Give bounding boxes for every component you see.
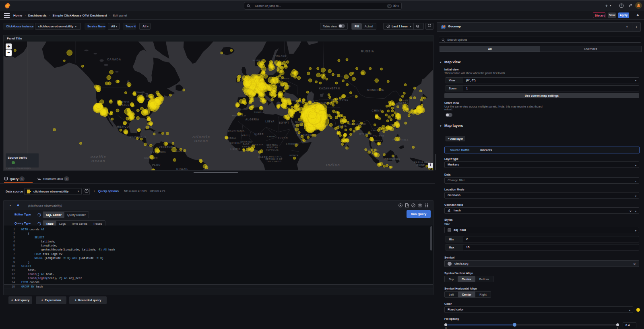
svg-text:PERU: PERU	[152, 163, 161, 166]
svg-text:LIBERIA: LIBERIA	[230, 148, 241, 150]
svg-text:CANADA: CANADA	[107, 58, 121, 61]
svg-text:Ocean: Ocean	[194, 139, 208, 143]
svg-text:Pacific: Pacific	[91, 155, 106, 159]
svg-text:THE CONGO: THE CONGO	[266, 160, 281, 163]
svg-text:KAZAKHSTAN: KAZAKHSTAN	[319, 87, 340, 90]
svg-text:REPUBLIC: REPUBLIC	[266, 149, 279, 151]
svg-text:ALGERIA: ALGERIA	[245, 118, 259, 121]
svg-text:BANGLADESH: BANGLADESH	[349, 123, 366, 125]
svg-text:Ocean: Ocean	[91, 159, 105, 163]
svg-text:Atlantic: Atlantic	[192, 135, 211, 139]
svg-text:MEXICO: MEXICO	[117, 125, 129, 128]
svg-text:i: i	[39, 222, 39, 225]
svg-text:FINLAND: FINLAND	[275, 55, 287, 57]
svg-text:TUNISIA: TUNISIA	[254, 111, 264, 114]
svg-text:?: ?	[621, 4, 622, 7]
svg-text:RUSSIA: RUSSIA	[361, 50, 374, 53]
svg-text:VIETNAM: VIETNAM	[373, 134, 384, 137]
svg-text:KENYA: KENYA	[289, 154, 299, 157]
svg-text:MAURITANIA: MAURITANIA	[228, 130, 245, 132]
svg-text:i: i	[39, 213, 39, 216]
svg-text:CHAD: CHAD	[267, 135, 275, 138]
svg-text:GHANA: GHANA	[242, 145, 251, 148]
svg-text:MONGOLIA: MONGOLIA	[367, 89, 384, 91]
svg-text:BRAZIL: BRAZIL	[176, 168, 188, 170]
svg-text:GUINEA: GUINEA	[230, 142, 240, 144]
svg-text:EGYPT: EGYPT	[279, 121, 289, 124]
svg-text:CHINA: CHINA	[372, 109, 382, 112]
svg-text:LAOS: LAOS	[371, 129, 378, 132]
svg-text:NIGER: NIGER	[254, 133, 264, 135]
svg-text:INDONESIA: INDONESIA	[384, 158, 400, 160]
svg-text:MALI: MALI	[242, 134, 249, 137]
svg-text:SUDAN: SUDAN	[278, 137, 288, 139]
svg-text:Indian: Indian	[326, 163, 340, 167]
svg-text:LIBYA: LIBYA	[265, 120, 275, 123]
svg-text:GUINE: GUINE	[416, 164, 425, 166]
